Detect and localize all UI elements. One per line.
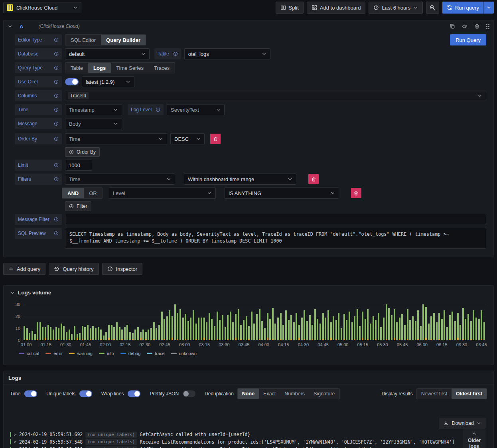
hide-query-eye-icon[interactable] [461,24,468,29]
log-row[interactable]: >2024-02-19 05:59:51.692(no unique label… [10,431,487,438]
query-type-logs[interactable]: Logs [88,63,111,73]
volume-bar [179,309,181,340]
older-logs-button[interactable]: Older logs [463,429,485,448]
chevron-down-icon [113,107,118,112]
info-icon[interactable] [54,121,59,126]
run-query-button[interactable]: Run query [442,2,483,14]
volume-bar [198,318,199,340]
remove-filter-button[interactable] [308,174,319,184]
filter-column-select[interactable]: Level [109,187,216,199]
info-icon[interactable] [54,177,59,182]
split-button[interactable]: Split [276,2,304,14]
remove-filter-condition-button[interactable] [351,188,361,198]
message-filter-input[interactable] [65,214,486,225]
wrap-lines-toggle[interactable] [128,390,140,397]
query-builder-tab[interactable]: Query Builder [101,35,146,45]
volume-bar [116,322,118,340]
query-type-time-series[interactable]: Time Series [111,63,149,73]
query-type-traces[interactable]: Traces [149,63,175,73]
query-ref-id[interactable]: A [20,24,23,30]
run-query-dropdown-caret[interactable] [483,2,494,14]
oldest-first-option[interactable]: Oldest first [452,389,487,399]
expand-chevron-icon[interactable]: > [14,440,16,444]
run-query-panel-button[interactable]: Run Query [450,34,486,45]
query-history-button[interactable]: Query history [49,263,99,275]
column-chip[interactable]: TraceId [68,92,89,99]
order-by-direction-select[interactable]: DESC [170,133,205,144]
collapse-chevron-icon[interactable] [8,24,12,29]
newest-first-option[interactable]: Newest first [417,389,452,399]
dedup-none[interactable]: None [238,389,259,399]
info-icon[interactable] [173,51,178,56]
log-row[interactable]: >2024-02-19 05:59:57.548(no unique label… [10,438,487,446]
legend-swatch [171,353,177,354]
legend-item-info[interactable]: info [99,351,114,356]
delete-query-trash-icon[interactable] [474,24,480,29]
info-icon[interactable] [54,136,59,141]
limit-input[interactable] [65,160,92,171]
log-row[interactable]: >2024-02-19 06:00:06.010(no unique label… [10,446,487,448]
query-type-table[interactable]: Table [65,63,88,73]
sql-editor-tab[interactable]: SQL Editor [65,35,101,45]
time-toggle[interactable] [24,390,37,397]
expand-chevron-icon[interactable]: > [14,432,16,437]
info-icon[interactable] [156,107,160,112]
zoom-out-button[interactable] [426,2,439,14]
info-icon[interactable] [54,231,59,236]
add-order-by-button[interactable]: Order By [65,147,100,157]
volume-bar [103,336,105,340]
and-option[interactable]: AND [62,188,84,198]
filter-field-select[interactable]: Time [65,174,175,185]
legend-item-unknown[interactable]: unknown [171,351,197,356]
info-icon[interactable] [54,37,59,42]
log-level-column-select[interactable]: SeverityText [167,104,225,115]
info-icon[interactable] [54,93,59,98]
inspector-button[interactable]: Inspector [102,263,142,275]
or-option[interactable]: OR [84,188,102,198]
database-select[interactable]: default [65,48,150,59]
info-icon[interactable] [54,163,59,168]
remove-order-by-button[interactable] [210,134,221,144]
legend-item-debug[interactable]: debug [120,351,141,356]
legend-item-critical[interactable]: critical [19,351,39,356]
dedup-signature[interactable]: Signature [309,389,339,399]
time-range-picker[interactable]: Last 6 hours [369,2,423,14]
x-tick-label: 02:15 [120,342,131,347]
volume-bar [314,309,316,340]
info-icon[interactable] [54,65,59,70]
time-toggle-label: Time [10,391,20,397]
info-icon[interactable] [54,79,59,84]
info-icon[interactable] [54,51,59,56]
filter-range-select[interactable]: Within dashboard time range [184,174,296,185]
add-query-button[interactable]: Add query [3,263,45,275]
info-icon[interactable] [54,107,59,112]
legend-item-trace[interactable]: trace [147,351,164,356]
prettify-json-toggle[interactable] [183,390,195,397]
download-button[interactable]: Download [439,418,485,428]
otel-version-select[interactable]: latest (1.2.9) [82,76,134,87]
unique-labels-toggle[interactable] [79,390,92,397]
volume-bar [214,326,215,340]
drag-handle-icon[interactable] [486,24,489,29]
time-column-select[interactable]: Timestamp [65,104,122,115]
filter-operator-select[interactable]: IS ANYTHING [225,187,339,199]
use-otel-toggle[interactable] [65,78,79,85]
add-filter-button[interactable]: Filter [65,201,91,211]
plus-circle-icon [69,204,74,209]
add-to-dashboard-button[interactable]: Add to dashboard [307,2,366,14]
logs-volume-header[interactable]: Logs volume [8,289,489,296]
message-column-select[interactable]: Body [65,118,122,129]
legend-item-error[interactable]: error [45,351,63,356]
volume-bar [203,318,205,340]
order-by-field-select[interactable]: Time [65,133,167,144]
dedup-numbers[interactable]: Numbers [280,389,309,399]
table-select[interactable]: otel_logs [184,48,270,59]
datasource-picker[interactable]: ClickHouse Cloud [3,2,81,13]
duplicate-query-icon[interactable] [450,24,455,29]
columns-multiselect[interactable]: TraceId [65,91,486,101]
dedup-exact[interactable]: Exact [259,389,280,399]
volume-bar [79,333,81,340]
info-icon[interactable] [54,217,59,222]
log-labels: (no unique labels) [85,439,137,445]
legend-item-warning[interactable]: warning [69,351,93,356]
